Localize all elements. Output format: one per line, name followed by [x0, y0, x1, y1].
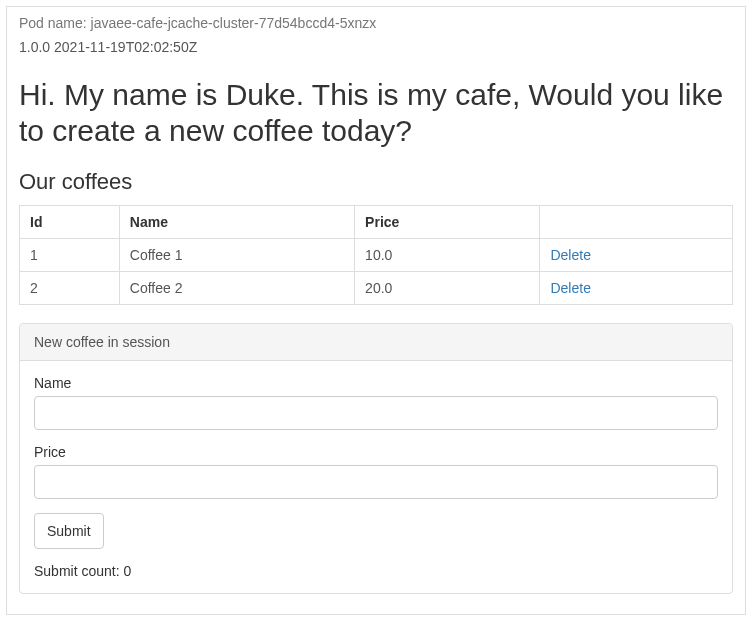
col-header-actions	[540, 206, 733, 239]
cell-price: 20.0	[355, 272, 540, 305]
coffees-subheading: Our coffees	[19, 169, 733, 195]
new-coffee-panel: New coffee in session Name Price Submit …	[19, 323, 733, 594]
name-label: Name	[34, 375, 718, 391]
form-group-name: Name	[34, 375, 718, 430]
form-group-price: Price	[34, 444, 718, 499]
col-header-id: Id	[20, 206, 120, 239]
submit-count-label: Submit count:	[34, 563, 120, 579]
submit-count-value: 0	[124, 563, 132, 579]
panel-heading: New coffee in session	[20, 324, 732, 361]
cell-actions: Delete	[540, 239, 733, 272]
pod-name-line: Pod name: javaee-cafe-jcache-cluster-77d…	[19, 15, 733, 31]
cell-name: Coffee 1	[119, 239, 354, 272]
pod-name-label: Pod name:	[19, 15, 87, 31]
page-title: Hi. My name is Duke. This is my cafe, Wo…	[19, 77, 733, 149]
price-label: Price	[34, 444, 718, 460]
coffees-table: Id Name Price 1 Coffee 1 10.0 Delete 2 C…	[19, 205, 733, 305]
page-container: Pod name: javaee-cafe-jcache-cluster-77d…	[6, 6, 746, 615]
col-header-price: Price	[355, 206, 540, 239]
name-input[interactable]	[34, 396, 718, 430]
delete-link[interactable]: Delete	[550, 280, 590, 296]
submit-count-line: Submit count: 0	[34, 563, 718, 579]
panel-body: Name Price Submit Submit count: 0	[20, 361, 732, 593]
delete-link[interactable]: Delete	[550, 247, 590, 263]
pod-name-value: javaee-cafe-jcache-cluster-77d54bccd4-5x…	[91, 15, 377, 31]
col-header-name: Name	[119, 206, 354, 239]
submit-button[interactable]: Submit	[34, 513, 104, 549]
cell-id: 2	[20, 272, 120, 305]
cell-name: Coffee 2	[119, 272, 354, 305]
price-input[interactable]	[34, 465, 718, 499]
build-info: 1.0.0 2021-11-19T02:02:50Z	[19, 39, 733, 55]
table-row: 2 Coffee 2 20.0 Delete	[20, 272, 733, 305]
cell-id: 1	[20, 239, 120, 272]
cell-actions: Delete	[540, 272, 733, 305]
cell-price: 10.0	[355, 239, 540, 272]
table-header-row: Id Name Price	[20, 206, 733, 239]
table-row: 1 Coffee 1 10.0 Delete	[20, 239, 733, 272]
